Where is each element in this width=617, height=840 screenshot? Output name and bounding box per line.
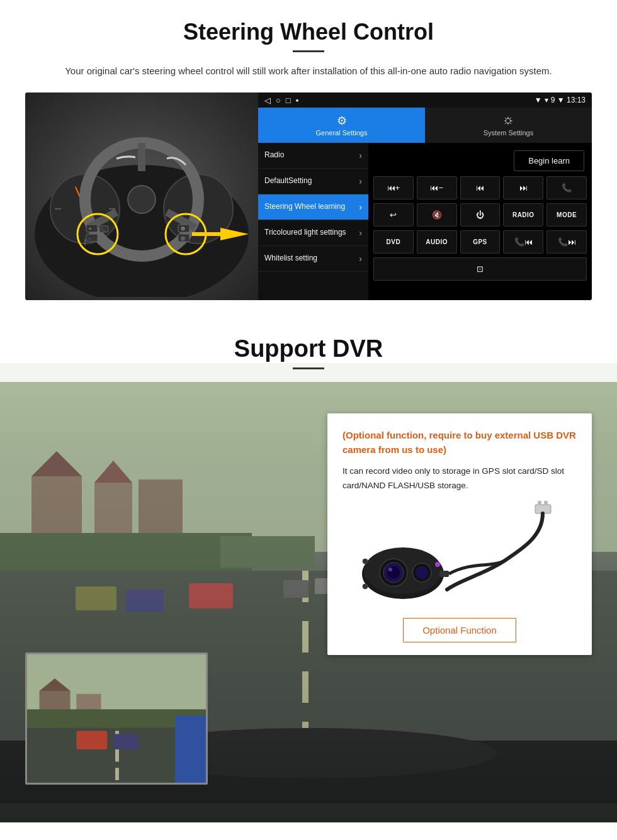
nav-back-icon: ◁ (264, 96, 271, 105)
svg-point-69 (416, 566, 428, 579)
menu-arrow-radio: › (359, 150, 362, 160)
svg-rect-56 (76, 731, 107, 749)
android-mockup: + - 📞 ⚙ ◎ (25, 92, 592, 300)
dvr-left-panel (0, 382, 327, 822)
svg-rect-61 (544, 501, 548, 505)
svg-text:+: + (89, 227, 91, 231)
svg-rect-55 (115, 768, 119, 780)
menu-item-tricoloured[interactable]: Tricoloured light settings › (258, 220, 368, 246)
title-divider (293, 50, 324, 52)
general-settings-icon: ⚙ (337, 114, 347, 128)
btn-phone-next[interactable]: 📞⏭ (546, 230, 587, 254)
dvr-title-area: Support DVR (0, 313, 617, 382)
android-tabs: ⚙ General Settings ⛭ System Settings (258, 108, 592, 143)
steering-wheel-svg: + - 📞 ⚙ ◎ (35, 96, 249, 297)
svg-point-73 (363, 584, 368, 589)
btn-vol-up[interactable]: ⏮+ (373, 176, 414, 199)
svg-point-72 (363, 559, 368, 564)
steering-photo-bg: + - 📞 ⚙ ◎ (25, 92, 258, 300)
android-content-area: Radio › DefaultSetting › Steering Wheel … (258, 143, 592, 300)
optional-function-button[interactable]: Optional Function (403, 618, 516, 642)
btn-audio[interactable]: AUDIO (417, 230, 457, 254)
clock: 9 ▼ 13:13 (551, 96, 586, 104)
menu-item-default-setting[interactable]: DefaultSetting › (258, 169, 368, 194)
dvr-title: Support DVR (0, 335, 617, 362)
svg-rect-57 (113, 734, 138, 749)
dvr-title-divider (293, 367, 324, 369)
menu-steering-label: Steering Wheel learning (264, 202, 345, 212)
begin-learn-row: Begin learn (373, 148, 587, 172)
dvr-camera-svg (346, 498, 573, 605)
menu-item-steering-wheel[interactable]: Steering Wheel learning › (258, 194, 368, 220)
android-screen: ◁ ○ □ ▪ ▼ ▾ 9 ▼ 13:13 ⚙ General Settings (258, 92, 592, 300)
menu-whitelist-label: Whitelist setting (264, 254, 317, 264)
svg-rect-26 (192, 232, 222, 236)
svg-text:📞: 📞 (101, 227, 106, 232)
svg-rect-60 (538, 501, 541, 505)
svg-text:◎: ◎ (181, 235, 185, 241)
nav-recents-icon: □ (286, 96, 291, 105)
wifi-icon: ▾ (545, 96, 548, 104)
btn-mute[interactable]: 🔇 (417, 203, 457, 227)
menu-arrow-default: › (359, 176, 362, 186)
menu-arrow-tricoloured: › (359, 228, 362, 238)
control-row-2: ↩ 🔇 ⏻ RADIO MODE (373, 203, 587, 227)
btn-prev-track[interactable]: ⏮ (460, 176, 501, 199)
btn-power[interactable]: ⏻ (460, 203, 501, 227)
dvr-camera-art (342, 505, 577, 605)
begin-learn-button[interactable]: Begin learn (514, 150, 584, 171)
svg-text:⚙: ⚙ (181, 226, 185, 232)
svg-rect-15 (86, 234, 98, 242)
statusbar-status: ▼ ▾ 9 ▼ 13:13 (535, 96, 586, 104)
control-row-4: ⊡ (373, 257, 587, 281)
svg-rect-71 (439, 571, 449, 577)
dvr-optional-text: (Optional function, require to buy exter… (342, 428, 577, 457)
steering-section: Steering Wheel Control Your original car… (0, 0, 617, 313)
dvr-right-panel: (Optional function, require to buy exter… (327, 382, 617, 822)
btn-dvr-rec[interactable]: ⊡ (373, 257, 587, 281)
menu-arrow-whitelist: › (359, 254, 362, 264)
system-settings-icon: ⛭ (503, 115, 514, 128)
btn-radio[interactable]: RADIO (503, 203, 543, 227)
tab-system-settings[interactable]: ⛭ System Settings (425, 108, 592, 143)
control-row-3: DVD AUDIO GPS 📞⏮ 📞⏭ (373, 230, 587, 254)
tab-general-settings[interactable]: ⚙ General Settings (258, 108, 425, 143)
btn-gps[interactable]: GPS (460, 230, 501, 254)
svg-point-12 (128, 186, 156, 213)
svg-rect-54 (115, 749, 119, 762)
btn-phone-prev[interactable]: 📞⏮ (503, 230, 543, 254)
steering-description: Your original car's steering wheel contr… (50, 64, 567, 79)
nav-home-icon: ○ (276, 96, 281, 105)
menu-default-label: DefaultSetting (264, 176, 312, 186)
menu-item-radio[interactable]: Radio › (258, 143, 368, 169)
statusbar-nav-icons: ◁ ○ □ ▪ (264, 96, 298, 105)
android-statusbar: ◁ ○ □ ▪ ▼ ▾ 9 ▼ 13:13 (258, 92, 592, 108)
dvr-body: (Optional function, require to buy exter… (0, 382, 617, 822)
steering-title: Steering Wheel Control (25, 19, 592, 45)
svg-point-67 (388, 568, 392, 571)
btn-hang-up[interactable]: ↩ (373, 203, 414, 227)
nav-menu-icon: ▪ (296, 96, 299, 105)
tab-general-label: General Settings (316, 129, 368, 137)
menu-list: Radio › DefaultSetting › Steering Wheel … (258, 143, 368, 300)
signal-icon: ▼ (535, 96, 542, 104)
menu-radio-label: Radio (264, 150, 284, 160)
dvr-description: It can record video only to storage in G… (342, 464, 577, 493)
dvr-thumb-scene (27, 652, 206, 785)
btn-vol-down[interactable]: ⏮− (417, 176, 457, 199)
dvr-thumbnail (25, 652, 208, 785)
tab-system-label: System Settings (484, 129, 533, 137)
btn-phone[interactable]: 📞 (546, 176, 587, 199)
svg-rect-58 (175, 715, 206, 783)
svg-rect-14 (86, 225, 98, 232)
menu-item-whitelist[interactable]: Whitelist setting › (258, 246, 368, 272)
btn-mode[interactable]: MODE (546, 203, 587, 227)
control-row-1: ⏮+ ⏮− ⏮ ⏭ 📞 (373, 176, 587, 199)
dvr-section: Support DVR (0, 313, 617, 822)
menu-arrow-steering: › (359, 202, 362, 212)
steering-photo: + - 📞 ⚙ ◎ (25, 92, 258, 300)
svg-point-70 (435, 562, 440, 567)
control-panel: Begin learn ⏮+ ⏮− ⏮ ⏭ 📞 ↩ 🔇 ⏻ (368, 143, 592, 300)
btn-dvd[interactable]: DVD (373, 230, 414, 254)
btn-next-track[interactable]: ⏭ (503, 176, 543, 199)
